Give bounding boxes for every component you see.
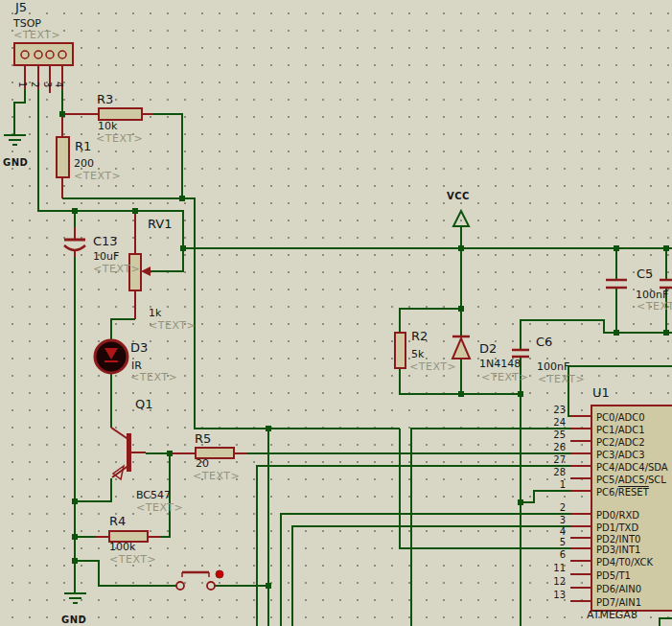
d3-text-placeholder: <TEXT> — [130, 372, 177, 383]
rv1-value-label: 1k — [149, 308, 161, 319]
d2-value-label: 1N4148 — [479, 359, 521, 370]
r4-text-placeholder: <TEXT> — [109, 554, 156, 566]
junction-dots — [59, 111, 669, 589]
wire-q1-emitter-gnd — [75, 478, 111, 501]
u1-pin-label: PD6/AIN0 — [596, 584, 641, 594]
wire-pin2-riser — [281, 514, 570, 626]
u1-pin-number: 6 — [548, 549, 566, 560]
u1-pin-label: PC1/ADC1 — [596, 425, 645, 435]
q1-text-placeholder: <TEXT> — [136, 502, 183, 514]
u1-pin-number: 13 — [548, 590, 566, 600]
j5-pin3-number: 3 — [42, 81, 53, 87]
r3-text-placeholder: <TEXT> — [96, 133, 143, 145]
gnd-symbol-top[interactable] — [4, 135, 26, 145]
u1-pin-number: 24 — [548, 417, 566, 428]
partial-component-bottom-right[interactable] — [660, 618, 672, 626]
u1-pin-number: 5 — [548, 537, 566, 547]
u1-pin-label: PD0/RXD — [596, 510, 639, 521]
j5-pin1-number: 1 — [17, 81, 28, 87]
u1-pin-number: 4 — [548, 526, 566, 537]
u1-pin-label: PD2/INT0 — [596, 534, 640, 545]
u1-pin-label: PC3/ADC3 — [596, 450, 645, 460]
c13-value-label: 10uF — [93, 251, 119, 263]
r2-text-placeholder: <TEXT> — [409, 361, 456, 373]
capacitor-c6[interactable] — [512, 350, 529, 357]
r2-value-label: 5k — [411, 349, 424, 360]
c13-ref-label: C13 — [93, 235, 118, 248]
u1-pin-number: 27 — [548, 454, 566, 465]
c5-value-label: 100nF — [636, 290, 668, 301]
wire-reset-step — [521, 491, 570, 502]
gnd-symbol-bottom[interactable] — [64, 593, 86, 603]
resistor-r2[interactable] — [395, 333, 406, 368]
rv1-ref-label: RV1 — [148, 218, 173, 231]
wire-pin27-riser — [257, 466, 570, 626]
u1-pin-label: PC2/ADC2 — [596, 437, 645, 448]
q1-ref-label: Q1 — [135, 398, 153, 411]
c13-text-placeholder: <TEXT> — [93, 264, 140, 275]
u1-pin-number: 28 — [548, 467, 566, 477]
u1-pin-number: 1 — [548, 479, 566, 490]
led-d3[interactable] — [95, 340, 127, 373]
u1-pin-number: 2 — [548, 502, 566, 513]
u1-part-label: ATMEGA8 — [587, 610, 637, 621]
u1-pin-label: PC5/ADC5/SCL — [596, 475, 666, 485]
rv1-text-placeholder: <TEXT> — [149, 320, 196, 332]
c5-ref-label: C5 — [637, 267, 653, 281]
c5-text-placeholder: <TEXT> — [637, 301, 672, 313]
d3-value-label: IR — [131, 360, 142, 372]
u1-pin-number: 25 — [548, 429, 566, 440]
u1-pin-label: PD3/INT1 — [596, 545, 640, 555]
j5-ref-label: J5 — [15, 1, 27, 14]
capacitor-c5[interactable] — [606, 280, 627, 288]
r2-ref-label: R2 — [411, 330, 428, 343]
wire-pin3-riser — [292, 526, 570, 626]
u1-pin-label: PD4/T0/XCK — [596, 557, 653, 568]
resistor-r3[interactable] — [62, 108, 153, 120]
d3-ref-label: D3 — [130, 341, 148, 355]
u1-pin-label: PC6/RESET — [596, 487, 649, 498]
r5-value-label: 20 — [196, 458, 209, 470]
transistor-q1[interactable] — [111, 428, 146, 479]
gnd-top-label: GND — [3, 158, 28, 169]
u1-pin-label: PD1/TXD — [596, 522, 638, 533]
q1-value-label: BC547 — [136, 490, 171, 501]
r5-text-placeholder: <TEXT> — [193, 471, 240, 482]
u1-pin-label: PD7/AIN1 — [596, 597, 641, 608]
u1-ref-label: U1 — [592, 386, 610, 400]
u1-pin-number: 12 — [548, 576, 566, 587]
u1-pin-label: PC0/ADC0 — [596, 412, 645, 423]
vcc-label: VCC — [447, 192, 470, 202]
r1-text-placeholder: <TEXT> — [74, 171, 121, 182]
r4-ref-label: R4 — [109, 515, 126, 528]
wire-rv1-to-d3 — [111, 319, 135, 339]
r1-value-label: 200 — [74, 158, 94, 170]
u1-pin-label: PD5/T1 — [596, 570, 631, 581]
u1-pin-number: 23 — [548, 405, 566, 415]
r4-value-label: 100k — [109, 542, 135, 553]
j5-pin2-number: 2 — [30, 81, 40, 87]
u1-pin-number: 26 — [548, 442, 566, 452]
resistor-r1[interactable] — [57, 116, 69, 198]
r3-ref-label: R3 — [97, 93, 113, 106]
wire-j5pin1-gnd — [14, 89, 25, 135]
r5-ref-label: R5 — [195, 432, 211, 446]
j5-pin4-number: 4 — [54, 81, 64, 87]
vcc-arrow-icon[interactable] — [453, 211, 469, 226]
capacitor-edge[interactable] — [660, 280, 672, 288]
schematic-canvas: J5 TSOP <TEXT> 1 2 3 4 GND GND VCC R3 10… — [0, 0, 672, 626]
d2-ref-label: D2 — [479, 342, 497, 356]
j5-text-placeholder: <TEXT> — [13, 30, 60, 41]
wire-r2-top — [400, 309, 461, 333]
d2-text-placeholder: <TEXT> — [481, 372, 528, 383]
j5-value-label: TSOP — [13, 18, 41, 30]
u1-pin-number: 3 — [548, 515, 566, 525]
u1-pin-label: PC4/ADC4/SDA — [596, 462, 668, 473]
wire-rv1-wiper — [148, 248, 183, 271]
wire-r3-right-drop — [153, 114, 182, 198]
r1-ref-label: R1 — [75, 140, 91, 153]
capacitor-c13[interactable] — [64, 227, 85, 257]
r3-value-label: 10k — [98, 121, 117, 132]
diode-d2[interactable] — [452, 336, 470, 359]
ic-u1-pin-stubs — [570, 416, 591, 601]
